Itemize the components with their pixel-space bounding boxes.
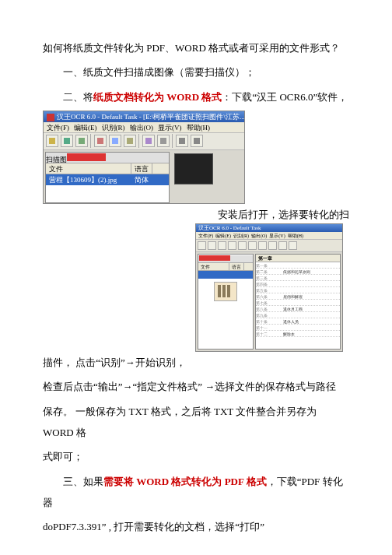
file-row-selected[interactable]: 营程【130609】(2).jpg 简体	[46, 174, 169, 185]
menu2-rec[interactable]: 识别(R)	[233, 234, 249, 238]
inline-text-after-fig1: 安装后打开，选择要转化的扫	[218, 204, 349, 225]
tb2-icon[interactable]	[198, 241, 206, 250]
file-name-cell: 营程【130609】(2).jpg	[46, 174, 131, 185]
screenshot-ocr-main: 汉王OCR 6.0 - Default Task - [E:\柯桥平雀团证照扫图…	[43, 111, 245, 204]
tool-icon-5[interactable]	[142, 135, 155, 147]
step2-suffix: ：下载“汉王 OCR6.0”软件，	[222, 91, 348, 103]
tb2-icon[interactable]	[268, 241, 277, 250]
tb2-icon[interactable]	[228, 241, 236, 250]
tb2-icon[interactable]	[208, 241, 216, 250]
app-icon	[47, 114, 54, 121]
result-row: 第十二解除本	[256, 331, 340, 337]
step3-prefix: 三、如果	[63, 476, 103, 487]
panel-tab[interactable]: 扫描图	[46, 153, 67, 163]
tool-icon-4[interactable]	[124, 135, 136, 147]
result-row: 第七条	[256, 300, 340, 306]
menu2-edit[interactable]: 编辑(E)	[215, 234, 231, 238]
text-line-3a: 描件， 点击“识别”→开始识别，	[43, 352, 349, 373]
file-list-panel: 扫描图 文件 语言 营程【130609】(2).jpg 简体	[45, 152, 170, 203]
menu-file[interactable]: 文件(F)	[47, 124, 69, 132]
step2-prefix: 二、将	[63, 91, 93, 103]
tb2-icon[interactable]	[238, 241, 247, 250]
window-titlebar: 汉王OCR 6.0 - Default Task - [E:\柯桥平雀团证照扫图…	[44, 111, 244, 122]
selected-row-2[interactable]	[198, 271, 253, 279]
step-1: 一、纸质文件扫描成图像（需要扫描仪）；	[43, 61, 349, 83]
heading: 如何将纸质文件转化为 PDF、WORD 格式或者可采用的文件形式？	[43, 37, 349, 58]
menu-recognize[interactable]: 识别(R)	[102, 124, 125, 132]
col-file: 文件	[46, 163, 131, 174]
tool-icon-8[interactable]	[191, 135, 203, 147]
step-3: 三、如果需要将 WORD 格式转化为 PDF 格式，下载“PDF 转化器	[43, 471, 349, 514]
separator	[172, 134, 173, 148]
window-title-text: 汉王OCR 6.0 - Default Task - [E:\柯桥平雀团证照扫图…	[57, 113, 244, 121]
menu-output[interactable]: 输出(O)	[130, 124, 154, 132]
result-panel: 第一章 第一条第二条依据和起草原则第三条第四条第五条第六条雇佣和解雇第七条第八条…	[255, 254, 341, 350]
menu2-view[interactable]: 显示(V)	[269, 234, 285, 238]
tool-icon[interactable]	[61, 135, 73, 147]
document-thumbnail	[174, 153, 213, 184]
left-panel-2: 文件 语言	[198, 254, 254, 350]
separator	[90, 134, 92, 148]
text-line-3d: 式即可；	[43, 446, 349, 467]
text-line-4: doPDF7.3.391” , 打开需要转化的文档，选择“打印”	[43, 516, 349, 537]
result-row: 第十一	[256, 325, 340, 331]
result-row: 第六条雇佣和解雇	[256, 293, 340, 300]
text-line-3c: 保存。 一般保存为 TXT 格式，之后将 TXT 文件整合并另存为 WORD 格	[43, 401, 349, 444]
step3-highlight: 需要将 WORD 格式转化为 PDF 格式	[103, 476, 267, 487]
result-row: 第十条退休人员	[256, 318, 340, 325]
result-row: 第二条依据和起草原则	[256, 269, 340, 275]
step2-highlight: 纸质文档转化为 WORD 格式	[93, 91, 222, 103]
window-titlebar-2: 汉王OCR 6.0 - Default Task	[196, 224, 342, 232]
tb2-icon[interactable]	[289, 241, 297, 250]
tool-icon-7[interactable]	[176, 135, 188, 147]
result-row: 第四条	[256, 281, 340, 287]
tool-icon-6[interactable]	[157, 135, 170, 147]
open-icon[interactable]	[46, 135, 58, 147]
tb2-icon[interactable]	[258, 241, 267, 250]
toolbar	[44, 133, 244, 150]
window-title-2: 汉王OCR 6.0 - Default Task	[198, 225, 261, 231]
menu2-file[interactable]: 文件(F)	[198, 234, 213, 238]
file-lang-cell: 简体	[131, 174, 152, 185]
menu2-help[interactable]: 帮助(H)	[288, 234, 303, 238]
separator	[138, 134, 140, 148]
menu-bar-2: 文件(F)编辑(E)识别(R)输出(O)显示(V)帮助(H)	[196, 232, 342, 240]
result-row: 第九条	[256, 312, 340, 318]
step-2: 二、将纸质文档转化为 WORD 格式：下载“汉王 OCR6.0”软件，	[43, 86, 349, 107]
menu2-out[interactable]: 输出(O)	[251, 234, 267, 238]
redaction-mark-2	[199, 255, 230, 261]
tb2-icon[interactable]	[248, 241, 257, 250]
redaction-mark	[67, 153, 106, 161]
col2-lang: 语言	[229, 263, 244, 270]
result-row: 第一条	[256, 262, 340, 269]
zoom-icon[interactable]	[75, 135, 88, 147]
result-header: 第一章	[256, 255, 340, 262]
text-line-3b: 检查后点击“输出”→“指定文件格式” →选择文件的保存格式与路径	[43, 376, 349, 397]
tb2-icon[interactable]	[278, 241, 287, 250]
tool-icon-2[interactable]	[94, 135, 107, 147]
tool-icon-3[interactable]	[109, 135, 121, 147]
menu-bar: 文件(F)编辑(E)识别(R)输出(O)显示(V)帮助(H)	[44, 122, 244, 133]
menu-view[interactable]: 显示(V)	[158, 124, 182, 132]
pillars-icon	[218, 285, 233, 297]
toolbar-2	[196, 240, 342, 252]
screenshot-ocr-results: 汉王OCR 6.0 - Default Task 文件(F)编辑(E)识别(R)…	[195, 223, 343, 352]
col2-file: 文件	[198, 263, 229, 270]
result-row: 第三条	[256, 275, 340, 281]
page-thumbnail	[214, 282, 237, 301]
result-row: 第八条退休月工商	[256, 306, 340, 312]
menu-help[interactable]: 帮助(H)	[187, 124, 211, 132]
col-lang: 语言	[131, 163, 152, 174]
tb2-icon[interactable]	[218, 241, 226, 250]
result-row: 第五条	[256, 287, 340, 293]
menu-edit[interactable]: 编辑(E)	[74, 124, 97, 132]
